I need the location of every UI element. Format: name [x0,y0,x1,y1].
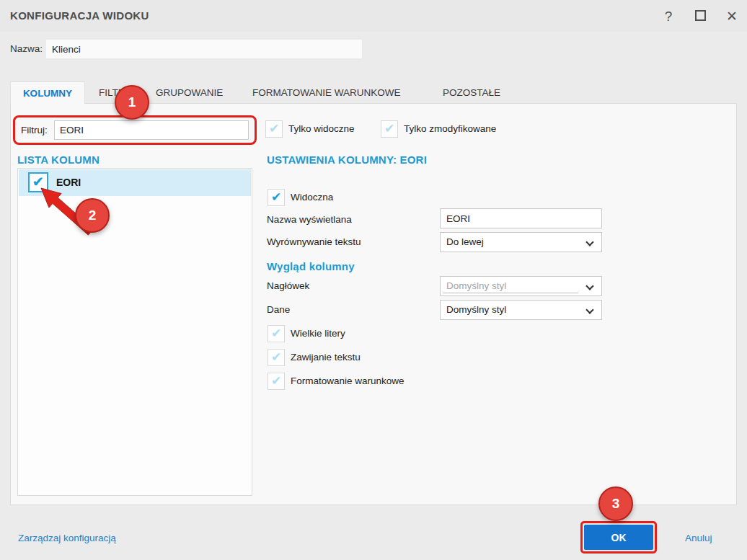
check-icon: ✔ [384,123,394,135]
header-style-label: Nagłówek [267,276,309,296]
dialog-title: KONFIGURACJA WIDOKU [10,0,149,32]
chevron-down-icon [585,238,593,246]
close-button[interactable]: ✕ [725,9,738,23]
column-item-label: EORI [56,169,81,196]
check-icon: ✔ [271,191,281,203]
text-wrap-checkbox[interactable]: ✔ [268,349,285,366]
column-appearance-heading: Wygląd kolumny [267,260,355,272]
name-input[interactable] [46,40,362,58]
check-icon: ✔ [32,174,45,189]
conditional-formatting-checkbox[interactable]: ✔ [268,373,285,390]
chevron-down-icon [585,306,593,314]
check-icon: ✔ [271,327,281,339]
name-label: Nazwa: [10,40,43,58]
visible-checkbox[interactable]: ✔ [268,189,285,206]
only-modified-label: Tylko zmodyfikowane [404,120,496,138]
tab-pozostale[interactable]: POZOSTAŁE [443,81,500,104]
data-style-label: Dane [267,300,290,320]
uppercase-checkbox[interactable]: ✔ [268,325,285,342]
header-style-select[interactable]: Domyślny styl [440,276,602,296]
annotation-step-3: 3 [598,486,633,521]
data-style-value: Domyślny styl [446,304,506,315]
column-eori-checkbox[interactable]: ✔ [28,172,48,192]
column-settings-heading: USTAWIENIA KOLUMNY: EORI [267,154,427,166]
visible-label: Widoczna [291,189,333,206]
only-visible-checkbox[interactable]: ✔ [265,120,283,138]
header-style-value: Domyślny styl [446,280,506,291]
text-alignment-value: Do lewej [446,236,484,247]
maximize-button[interactable] [694,9,707,23]
uppercase-label: Wielkie litery [291,325,345,342]
view-configuration-dialog: KONFIGURACJA WIDOKU ? ✕ Nazwa: KOLUMNY F… [0,0,747,560]
window-controls: ? ✕ [662,0,738,32]
text-alignment-select[interactable]: Do lewej [440,232,602,252]
manage-configuration-link[interactable]: Zarządzaj konfiguracją [18,529,116,548]
title-bar: KONFIGURACJA WIDOKU ? ✕ [0,0,747,32]
help-button[interactable]: ? [662,9,675,23]
display-name-input[interactable] [440,208,602,228]
text-alignment-label: Wyrównywanie tekstu [267,232,361,252]
check-icon: ✔ [271,351,281,363]
chevron-down-icon [585,282,593,290]
filter-label: Filtruj: [21,115,48,145]
conditional-formatting-label: Formatowanie warunkowe [291,373,405,390]
cancel-link[interactable]: Anuluj [685,529,712,548]
check-icon: ✔ [269,123,279,135]
filter-input[interactable] [54,120,249,140]
only-visible-label: Tylko widoczne [288,120,355,138]
text-wrap-label: Zawijanie tekstu [291,349,361,366]
only-modified-checkbox[interactable]: ✔ [381,120,398,138]
check-icon: ✔ [271,375,281,387]
column-list-heading: LISTA KOLUMN [17,154,100,166]
maximize-icon [695,10,706,21]
annotation-step-2: 2 [75,198,110,233]
annotation-step-1: 1 [115,85,149,120]
tab-formatowanie-warunkowe[interactable]: FORMATOWANIE WARUNKOWE [252,81,401,104]
column-list: ✔ EORI [17,168,252,496]
column-list-item-eori[interactable]: ✔ EORI [19,169,251,196]
ok-button[interactable]: OK [584,525,653,550]
data-style-select[interactable]: Domyślny styl [440,300,602,320]
tab-kolumny[interactable]: KOLUMNY [10,81,85,104]
display-name-label: Nazwa wyświetlana [267,210,352,230]
tab-grupowanie[interactable]: GRUPOWANIE [156,81,223,104]
